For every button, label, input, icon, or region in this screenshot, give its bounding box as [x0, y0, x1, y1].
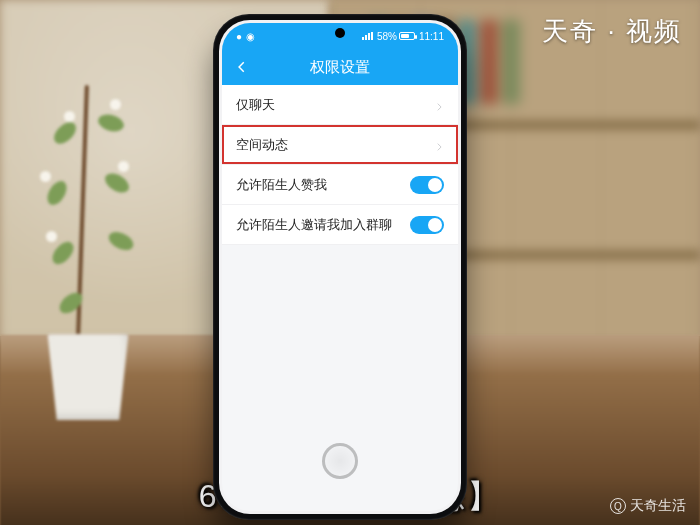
- row-allow-stranger-like[interactable]: 允许陌生人赞我: [222, 165, 458, 205]
- toggle-allow-group[interactable]: [410, 216, 444, 234]
- settings-list: 仅聊天 空间动态 允许陌生人赞我 允许陌生人邀请我加入群聊: [222, 85, 458, 245]
- row-label: 仅聊天: [236, 96, 275, 114]
- back-button[interactable]: [230, 55, 254, 79]
- row-label: 空间动态: [236, 136, 288, 154]
- toggle-allow-like[interactable]: [410, 176, 444, 194]
- watermark-bottom: Q天奇生活: [610, 497, 686, 515]
- camera-punch-hole: [335, 28, 345, 38]
- battery-text: 58%: [377, 31, 397, 42]
- status-time: 11:11: [419, 31, 444, 42]
- phone-screen: ● ◉ 58% 11:11 权限设置: [222, 23, 458, 511]
- chevron-right-icon: [434, 140, 444, 150]
- notification-dot-icon: ●: [236, 31, 242, 42]
- signal-icon: [362, 32, 373, 40]
- phone-frame: ● ◉ 58% 11:11 权限设置: [213, 14, 467, 520]
- row-chat-only[interactable]: 仅聊天: [222, 85, 458, 125]
- plant-pot: [28, 310, 148, 420]
- watermark-top: 天奇 · 视频: [542, 14, 682, 49]
- row-allow-stranger-group[interactable]: 允许陌生人邀请我加入群聊: [222, 205, 458, 245]
- row-label: 允许陌生人赞我: [236, 176, 327, 194]
- row-space-updates[interactable]: 空间动态: [222, 125, 458, 165]
- chevron-right-icon: [434, 100, 444, 110]
- app-bar: 权限设置: [222, 49, 458, 85]
- home-button[interactable]: [322, 443, 358, 479]
- page-title: 权限设置: [310, 58, 370, 77]
- row-label: 允许陌生人邀请我加入群聊: [236, 216, 392, 234]
- battery-icon: 58%: [377, 31, 415, 42]
- chevron-left-icon: [235, 60, 249, 74]
- location-icon: ◉: [246, 31, 255, 42]
